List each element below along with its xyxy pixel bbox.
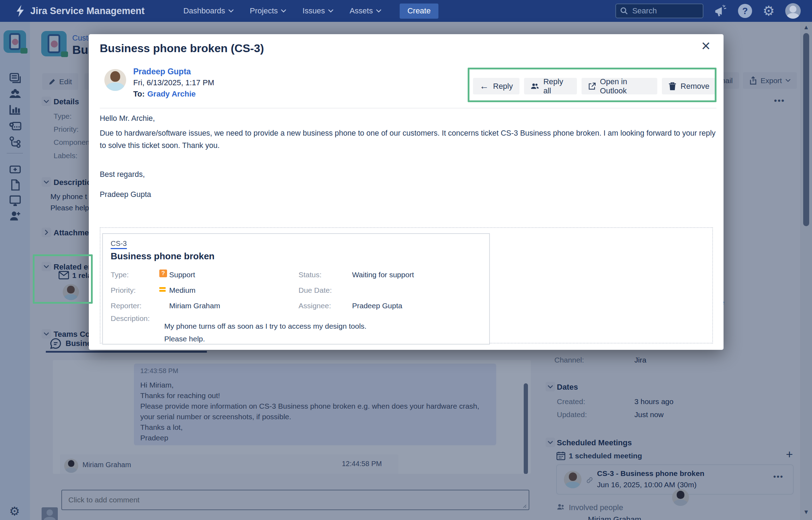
ticket-due-label: Due Date: [299, 286, 332, 295]
ticket-description-line: Please help. [164, 335, 205, 343]
annotation-box-related-emails [33, 254, 93, 304]
menu-projects[interactable]: Projects [250, 6, 286, 16]
modal-title: Business phone broken (CS-3) [100, 42, 264, 55]
ticket-status-value: Waiting for support [352, 271, 414, 279]
menu-dashboards[interactable]: Dashboards [183, 6, 234, 16]
modal-divider [100, 108, 716, 109]
chevron-down-icon [328, 9, 333, 13]
screen: Jira Service Management Dashboards Proje… [0, 0, 812, 520]
email-signoff: Best regards, [100, 168, 145, 181]
user-avatar[interactable] [785, 3, 801, 19]
search-box[interactable] [615, 4, 703, 18]
ticket-reporter-value: Miriam Graham [169, 302, 220, 310]
ticket-summary: Business phone broken [111, 251, 215, 262]
create-button[interactable]: Create [400, 4, 438, 19]
search-icon [620, 7, 628, 15]
ticket-type-label: Type: [111, 271, 129, 279]
close-icon[interactable]: × [701, 37, 710, 55]
email-greeting: Hello Mr. Archie, [100, 112, 155, 125]
ticket-assignee-value: Pradeep Gupta [352, 302, 402, 310]
chevron-down-icon [228, 9, 234, 13]
sender-avatar [104, 69, 126, 91]
ticket-type-value: Support [169, 271, 195, 279]
app-title: Jira Service Management [30, 6, 144, 17]
menu-issues[interactable]: Issues [302, 6, 333, 16]
annotation-box-toolbar [468, 68, 716, 102]
help-icon[interactable]: ? [738, 4, 752, 18]
main-menu: Dashboards Projects Issues Assets [183, 6, 381, 16]
to-label: To: [133, 89, 145, 99]
announcement-icon[interactable] [714, 5, 727, 17]
top-navbar: Jira Service Management Dashboards Proje… [0, 0, 812, 22]
ticket-description-line: My phone turns off as soon as I try to a… [164, 322, 367, 330]
ticket-priority-label: Priority: [111, 286, 136, 295]
ticket-description-label: Description: [111, 314, 150, 323]
ticket-priority-value: Medium [169, 286, 196, 295]
email-date: Fri, 6/13/2025, 1:17 PM [133, 78, 214, 87]
email-paragraph: Due to hardware/software issues, we need… [100, 127, 719, 152]
ticket-reporter-label: Reporter: [111, 302, 142, 310]
chevron-down-icon [376, 9, 381, 13]
app-logo[interactable]: Jira Service Management [16, 5, 144, 17]
priority-medium-icon [159, 286, 166, 293]
email-signature: Pradeep Gupta [100, 188, 151, 201]
ticket-assignee-label: Assignee: [299, 302, 331, 310]
support-type-icon: ? [159, 270, 167, 277]
ticket-status-label: Status: [299, 271, 321, 279]
settings-gear-icon[interactable]: ⚙ [763, 4, 775, 18]
ticket-key-link[interactable]: CS-3 [111, 240, 127, 249]
search-input[interactable] [632, 6, 695, 16]
bolt-icon [16, 5, 26, 17]
nav-right-group: ? ⚙ [615, 3, 801, 19]
chevron-down-icon [281, 9, 286, 13]
sender-name[interactable]: Pradeep Gupta [133, 67, 191, 76]
ticket-embed-card: CS-3 Business phone broken Type: ? Suppo… [102, 233, 490, 345]
to-recipient[interactable]: Grady Archie [147, 89, 196, 99]
menu-assets[interactable]: Assets [350, 6, 381, 16]
